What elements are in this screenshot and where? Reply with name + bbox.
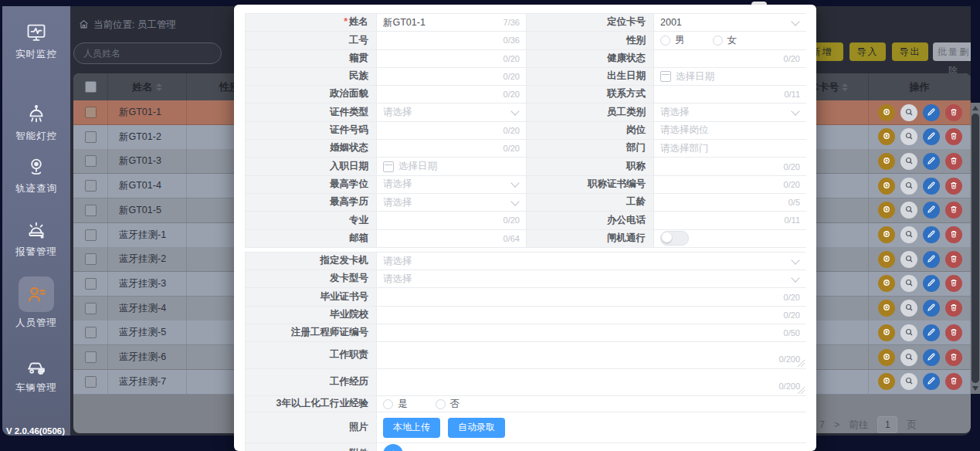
write-card-button[interactable] bbox=[878, 128, 895, 145]
search-input[interactable] bbox=[73, 42, 222, 64]
field-发卡型号[interactable]: 请选择 bbox=[377, 270, 806, 288]
field-工作经历[interactable]: 0/200 bbox=[377, 369, 806, 396]
edit-button[interactable] bbox=[923, 128, 940, 145]
delete-button[interactable] bbox=[945, 324, 962, 341]
add-attachment-button[interactable]: + bbox=[383, 444, 403, 451]
radio-circle[interactable] bbox=[660, 36, 670, 46]
field-工作职责[interactable]: 0/200 bbox=[377, 342, 806, 369]
row-checkbox[interactable] bbox=[85, 376, 97, 388]
field-联系方式[interactable]: 0/11 bbox=[654, 86, 806, 103]
view-button[interactable] bbox=[900, 275, 917, 292]
delete-button[interactable] bbox=[945, 202, 962, 219]
delete-button[interactable] bbox=[945, 300, 962, 317]
field-指定发卡机[interactable]: 请选择 bbox=[377, 253, 806, 270]
field-健康状态[interactable]: 0/20 bbox=[654, 50, 806, 68]
view-button[interactable] bbox=[900, 226, 917, 243]
field-邮箱[interactable]: 0/64 bbox=[377, 230, 527, 248]
page-number-last[interactable]: 7 bbox=[819, 419, 825, 430]
row-checkbox[interactable] bbox=[85, 180, 97, 192]
goto-page-input[interactable]: 1 bbox=[877, 416, 897, 433]
field-最高学位[interactable]: 请选择 bbox=[377, 176, 527, 194]
view-button[interactable] bbox=[900, 178, 917, 195]
field-照片[interactable]: 本地上传自动录取 bbox=[377, 412, 806, 443]
field-毕业院校[interactable]: 0/20 bbox=[377, 307, 806, 324]
delete-button[interactable] bbox=[945, 104, 962, 121]
radio-option-女[interactable]: 女 bbox=[713, 34, 738, 47]
view-button[interactable] bbox=[900, 153, 917, 170]
field-最高学历[interactable]: 请选择 bbox=[377, 194, 527, 212]
field-部门[interactable]: 请选择部门 bbox=[654, 140, 806, 158]
sidebar-item-6[interactable]: 车辆管理 bbox=[2, 355, 70, 395]
delete-button[interactable] bbox=[945, 128, 962, 145]
row-checkbox[interactable] bbox=[85, 107, 97, 118]
view-button[interactable] bbox=[900, 202, 917, 219]
radio-option-男[interactable]: 男 bbox=[660, 34, 685, 47]
write-card-button[interactable] bbox=[878, 202, 895, 219]
table-scrollbar[interactable] bbox=[971, 103, 980, 394]
field-工号[interactable]: 0/36 bbox=[377, 32, 527, 49]
field-民族[interactable]: 0/20 bbox=[377, 68, 527, 86]
row-checkbox[interactable] bbox=[85, 131, 97, 143]
sort-desc-icon[interactable] bbox=[156, 88, 162, 91]
view-button[interactable] bbox=[900, 324, 917, 341]
sidebar-item-1[interactable]: 实时监控 bbox=[2, 22, 70, 61]
edit-button[interactable] bbox=[923, 300, 940, 317]
delete-button[interactable] bbox=[945, 251, 962, 268]
field-入职日期[interactable]: 选择日期 bbox=[377, 158, 527, 175]
export-button[interactable]: 导出 bbox=[892, 42, 928, 61]
resize-handle-icon[interactable] bbox=[798, 360, 805, 367]
radio-circle[interactable] bbox=[383, 399, 393, 409]
field-3年以上化工行业经验[interactable]: 是否 bbox=[377, 396, 806, 412]
resize-handle-icon[interactable] bbox=[798, 387, 805, 394]
edit-button[interactable] bbox=[923, 251, 940, 268]
field-证件号码[interactable]: 0/20 bbox=[377, 122, 527, 140]
write-card-button[interactable] bbox=[878, 104, 895, 121]
sort-desc-icon[interactable] bbox=[842, 88, 848, 91]
edit-button[interactable] bbox=[923, 202, 940, 219]
edit-button[interactable] bbox=[923, 324, 940, 341]
sort-icons[interactable] bbox=[842, 83, 848, 91]
radio-option-是[interactable]: 是 bbox=[383, 398, 408, 411]
field-证件类型[interactable]: 请选择 bbox=[377, 103, 527, 121]
field-员工类别[interactable]: 请选择 bbox=[654, 103, 806, 121]
write-card-button[interactable] bbox=[878, 275, 895, 292]
row-checkbox[interactable] bbox=[85, 155, 97, 167]
gate-pass-toggle[interactable] bbox=[660, 231, 689, 246]
field-岗位[interactable]: 请选择岗位 bbox=[654, 122, 806, 140]
field-附件[interactable]: + bbox=[377, 443, 806, 451]
row-checkbox[interactable] bbox=[85, 229, 97, 241]
sort-asc-icon[interactable] bbox=[156, 83, 162, 86]
edit-button[interactable] bbox=[923, 275, 940, 292]
field-毕业证书号[interactable]: 0/20 bbox=[377, 288, 806, 306]
field-出生日期[interactable]: 选择日期 bbox=[654, 68, 806, 86]
field-职称[interactable]: 0/20 bbox=[654, 158, 806, 175]
scroll-down-icon[interactable] bbox=[972, 386, 978, 391]
field-职称证书编号[interactable]: 0/20 bbox=[654, 176, 806, 194]
select-all-checkbox[interactable] bbox=[85, 81, 97, 93]
row-checkbox[interactable] bbox=[85, 327, 97, 338]
field-性别[interactable]: 男女 bbox=[654, 32, 806, 49]
field-闸机通行[interactable] bbox=[654, 230, 806, 248]
delete-button[interactable] bbox=[945, 178, 962, 195]
row-checkbox[interactable] bbox=[85, 253, 97, 265]
sidebar-item-2[interactable]: 智能灯控 bbox=[2, 103, 70, 143]
radio-circle[interactable] bbox=[713, 36, 723, 46]
field-专业[interactable]: 0/20 bbox=[377, 212, 527, 229]
view-button[interactable] bbox=[900, 104, 917, 121]
scroll-up-icon[interactable] bbox=[972, 106, 978, 110]
row-checkbox[interactable] bbox=[85, 303, 97, 314]
delete-button[interactable] bbox=[945, 153, 962, 170]
column-header-name[interactable]: 姓名 bbox=[108, 73, 187, 100]
write-card-button[interactable] bbox=[878, 324, 895, 341]
write-card-button[interactable] bbox=[878, 373, 895, 390]
field-办公电话[interactable]: 0/11 bbox=[654, 212, 806, 229]
field-姓名[interactable]: 新GT01-17/36 bbox=[377, 14, 527, 32]
sort-asc-icon[interactable] bbox=[842, 83, 848, 86]
edit-button[interactable] bbox=[923, 178, 940, 195]
field-政治面貌[interactable]: 0/20 bbox=[377, 86, 527, 103]
delete-button[interactable] bbox=[945, 226, 962, 243]
field-籍贯[interactable]: 0/20 bbox=[377, 50, 527, 68]
write-card-button[interactable] bbox=[878, 349, 895, 366]
view-button[interactable] bbox=[900, 128, 917, 145]
view-button[interactable] bbox=[900, 251, 917, 268]
